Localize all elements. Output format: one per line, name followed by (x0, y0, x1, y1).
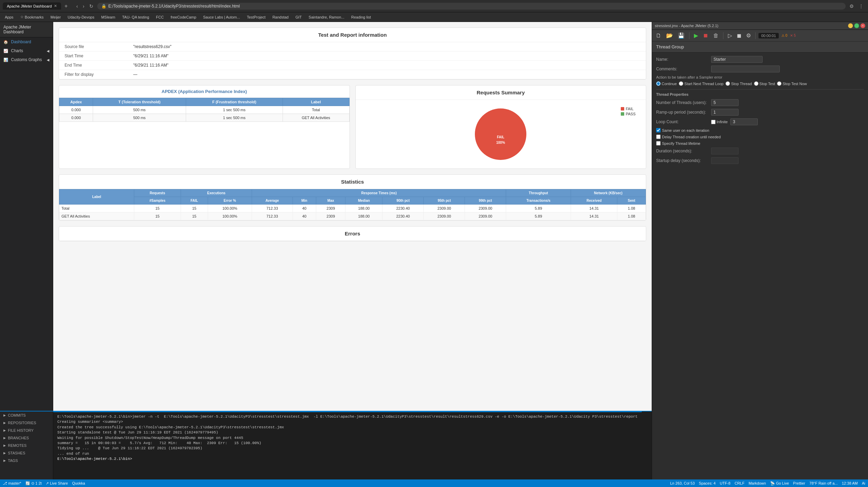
live-share-icon: ↗ (46, 481, 49, 486)
live-share-status[interactable]: ↗ Live Share (46, 481, 68, 486)
sidebar-item-stashes[interactable]: ▶ STASHES (0, 449, 53, 457)
same-user-checkbox[interactable] (656, 128, 661, 132)
action-next-thread-loop[interactable]: Start Next Thread Loop (679, 81, 723, 86)
action-section: Action to be taken after a Sampler error… (656, 75, 864, 86)
sidebar-item-remotes[interactable]: ▶ REMOTES (0, 442, 53, 449)
weather-status[interactable]: 78°F Rain off a... (809, 481, 837, 485)
tab-close-button[interactable]: ✕ (54, 4, 57, 8)
row-get-p95: 2309.00 (424, 212, 465, 220)
group-network: Network (KB/sec) (571, 189, 646, 197)
bookmark-meijer[interactable]: Meijer (48, 14, 63, 20)
circle-status[interactable]: 🔄 ⊙ 1 2t (25, 481, 42, 486)
loop-count-input[interactable] (730, 118, 758, 125)
sidebar-item-charts[interactable]: 📈 Charts ◀ (0, 46, 53, 55)
delay-thread-checkbox[interactable] (656, 135, 661, 139)
antenna-icon: 📡 (770, 481, 775, 486)
maximize-button[interactable]: □ (854, 23, 859, 28)
infinite-checkbox-label[interactable]: Infinite (711, 120, 728, 124)
action-stop-test[interactable]: Stop Test (754, 81, 775, 86)
row-get-sent: 1.08 (617, 212, 646, 220)
settings-button[interactable]: ⚙ (744, 31, 753, 40)
sidebar-item-repositories[interactable]: ▶ REPOSITORIES (0, 419, 53, 427)
prettier-status[interactable]: Prettier (793, 481, 805, 485)
clear-button[interactable]: 🗑 (711, 32, 720, 40)
info-label-source: Source file (59, 42, 128, 51)
forward-button[interactable]: › (81, 3, 86, 10)
bookmark-testproject[interactable]: TestProject (245, 14, 267, 20)
apdex-t-0: 500 ms (93, 106, 186, 114)
legend-pass: PASS (621, 112, 636, 116)
fail-color-dot (621, 107, 624, 111)
apdex-table: Apdex T (Toleration threshold) F (Frustr… (59, 98, 350, 122)
sidebar-item-tags[interactable]: ▶ TAGS (0, 457, 53, 464)
remote-stop-button[interactable]: ◼ (735, 31, 743, 40)
row-get-max: 2309 (316, 212, 345, 220)
apdex-title: APDEX (Application Performance Index) (59, 85, 350, 98)
row-get-p90: 2230.40 (382, 212, 424, 220)
bookmark-git[interactable]: GIT (293, 14, 304, 20)
encoding-status[interactable]: UTF-8 (720, 481, 730, 485)
comments-input[interactable] (711, 66, 780, 72)
language-status[interactable]: Markdown (749, 481, 766, 485)
action-stop-thread[interactable]: Stop Thread (726, 81, 752, 86)
ai-status[interactable]: Ai (862, 481, 865, 485)
num-threads-input[interactable] (711, 99, 739, 106)
sidebar-item-dashboard[interactable]: 🏠 Dashboard (0, 37, 53, 46)
address-bar[interactable]: 🔒 E:/Tools/apache-jmeter-5.2.1/UdacityP3… (97, 3, 846, 10)
bookmark-reading[interactable]: Reading list (349, 14, 373, 20)
bookmark-apps[interactable]: Apps (3, 14, 15, 20)
bookmark-udacity[interactable]: Udacity-Devops (66, 14, 96, 20)
sidebar-item-custom-graphs[interactable]: 📊 Customs Graphs ◀ (0, 55, 53, 64)
bookmark-mslearn[interactable]: MSlearn (99, 14, 117, 20)
rampup-input[interactable] (711, 109, 739, 116)
position-status[interactable]: Ln 263, Col 53 (670, 481, 695, 485)
row-get-min: 40 (293, 212, 316, 220)
reload-button[interactable]: ↻ (88, 3, 95, 10)
bookmark-fcc[interactable]: FCC (154, 14, 166, 20)
table-row: End Time "6/29/21 11:16 AM" (59, 61, 646, 70)
bookmark-freecodecamp[interactable]: freeCodeCamp (169, 14, 198, 20)
quokka-status[interactable]: Quokka (72, 481, 85, 485)
new-file-button[interactable]: 🗋 (654, 32, 663, 40)
row-total-min: 40 (293, 205, 316, 212)
close-window-button[interactable]: ✕ (860, 23, 865, 28)
bookmark-tau[interactable]: TAU- QA testing (120, 14, 151, 20)
extensions-button[interactable]: ⚙ (848, 3, 856, 10)
bookmark-sauce[interactable]: Sauce Labs | Autom... (201, 14, 242, 20)
pie-container: FAIL 100% FAIL (356, 100, 646, 169)
startup-delay-input[interactable] (711, 157, 739, 164)
bookmark-randstad[interactable]: Randstad (270, 14, 290, 20)
save-button[interactable]: 💾 (676, 31, 686, 40)
sidebar-item-file-history[interactable]: ▶ FILE HISTORY (0, 427, 53, 434)
row-total-p90: 2230.40 (382, 205, 424, 212)
sidebar-item-commits[interactable]: ▶ COMMITS (0, 411, 53, 419)
eol-status[interactable]: CRLF (734, 481, 744, 485)
bookmark-bookmarks[interactable]: ☆ Bookmarks (18, 14, 46, 20)
remote-start-button[interactable]: ▷ (726, 31, 734, 40)
stop-button[interactable]: ⏹ (701, 32, 710, 40)
branch-status[interactable]: ⎇ master* (3, 481, 21, 486)
custom-graphs-icon: 📊 (3, 57, 8, 62)
active-tab[interactable]: Apache JMeter Dashboard ✕ (3, 2, 61, 10)
sidebar-item-branches[interactable]: ▶ BRANCHES (0, 434, 53, 442)
terminal-line-5: summary = 15 in 00:00:03 = 5.7/s Avg: 71… (57, 441, 638, 446)
name-input[interactable] (711, 56, 763, 63)
apdex-col-apdex: Apdex (59, 98, 93, 106)
run-button[interactable]: ▶ (692, 31, 700, 40)
startup-delay-label: Startup delay (seconds): (656, 158, 711, 163)
action-continue[interactable]: Continue (656, 81, 677, 86)
elapsed-time: 00:00:01 (758, 33, 779, 38)
open-file-button[interactable]: 📂 (664, 31, 675, 40)
minimize-button[interactable]: _ (848, 23, 853, 28)
bookmark-saintandre[interactable]: Saintandre, Ramon... (307, 14, 346, 20)
duration-input[interactable] (711, 148, 739, 154)
go-live-status[interactable]: 📡 Go Live (770, 481, 789, 486)
new-tab-button[interactable]: + (62, 2, 70, 10)
back-button[interactable]: ‹ (75, 3, 80, 10)
spaces-status[interactable]: Spaces: 4 (699, 481, 716, 485)
infinite-checkbox[interactable] (711, 120, 716, 124)
action-stop-test-now[interactable]: Stop Test Now (777, 81, 807, 86)
specify-lifetime-checkbox[interactable] (656, 141, 661, 146)
terminal-panel[interactable]: E:\Tools\apache-jmeter-5.2.1\bin>jmeter … (53, 411, 642, 479)
menu-button[interactable]: ⋮ (857, 3, 865, 10)
